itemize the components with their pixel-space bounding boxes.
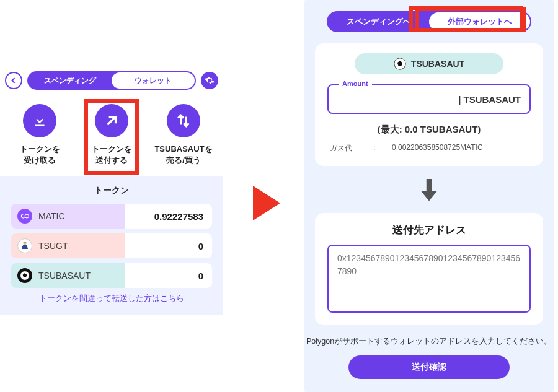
flow-arrow-icon (253, 186, 280, 220)
swap-icon (167, 104, 200, 137)
gas-value: 0.002206358508725MATIC (392, 143, 483, 154)
gas-colon: : (373, 143, 392, 154)
token-row-tsugt[interactable]: TSUGT 0 (11, 233, 212, 258)
wrong-transfer-link[interactable]: トークンを間違って転送した方はこちら (11, 293, 212, 304)
svg-line-0 (108, 117, 116, 125)
token-symbol: MATIC (38, 211, 65, 221)
action-send[interactable]: トークンを 送付する (81, 104, 143, 165)
action-label: TSUBASAUTを 売る/買う (154, 144, 212, 165)
token-balance: 0 (125, 233, 212, 258)
tab-to-spending[interactable]: スペンディングへ (328, 12, 429, 31)
token-row-matic[interactable]: MATIC 0.92227583 (11, 204, 212, 229)
action-label: トークンを 送付する (92, 144, 132, 165)
gas-line: ガス代 : 0.002206358508725MATIC (327, 143, 531, 154)
tab-wallet[interactable]: ウォレット (112, 72, 195, 89)
tab-to-external[interactable]: 外部ウォレットへ (429, 12, 530, 31)
send-token-screen: スペンディングへ 外部ウォレットへ TSUBASAUT Amount | TSU… (304, 0, 554, 392)
tokens-section: トークン MATIC 0.92227583 TSUGT 0 (0, 176, 223, 315)
actions-row: トークンを 受け取る トークンを 送付する TSUBASAUTを 売る/買う (0, 94, 223, 176)
soccer-ball-icon (17, 268, 32, 283)
polygon-icon (17, 209, 32, 224)
selected-token-name: TSUBASAUT (411, 59, 464, 69)
address-card: 送付先アドレス 0x123456789012345678901234567890… (315, 213, 543, 325)
action-trade[interactable]: TSUBASAUTを 売る/買う (153, 104, 215, 165)
tsugt-icon (17, 238, 32, 253)
arrow-down-icon (304, 177, 554, 202)
topbar: スペンディング ウォレット (0, 67, 223, 94)
token-balance: 0.92227583 (125, 204, 212, 229)
send-destination-tabs: スペンディングへ 外部ウォレットへ (304, 0, 554, 32)
download-icon (23, 104, 56, 137)
destination-toggle[interactable]: スペンディングへ 外部ウォレットへ (327, 11, 531, 32)
action-label: トークンを 受け取る (20, 144, 60, 165)
address-title: 送付先アドレス (327, 223, 531, 237)
confirm-send-button[interactable]: 送付確認 (348, 355, 510, 379)
amount-legend: Amount (339, 80, 372, 87)
address-input[interactable]: 0x12345678901234567890123456789012345678… (327, 245, 531, 313)
token-symbol: TSUGT (38, 241, 68, 251)
spending-wallet-toggle[interactable]: スペンディング ウォレット (27, 71, 196, 90)
action-receive[interactable]: トークンを 受け取る (9, 104, 71, 165)
token-symbol: TSUBASAUT (38, 271, 91, 281)
wallet-screen: スペンディング ウォレット トークンを 受け取る トークンを 送付する TSUB… (0, 67, 223, 323)
settings-button[interactable] (201, 72, 218, 89)
soccer-ball-icon (394, 58, 406, 70)
tab-spending[interactable]: スペンディング (29, 72, 112, 89)
selected-token-pill[interactable]: TSUBASAUT (355, 53, 503, 74)
polygon-help-text: Polygonがサポートするウォレットのアドレスを入力してください。 (304, 336, 554, 347)
max-amount: (最大: 0.0 TSUBASAUT) (327, 124, 531, 136)
token-balance: 0 (125, 263, 212, 288)
tokens-title: トークン (11, 185, 212, 196)
amount-input[interactable]: Amount | TSUBASAUT (327, 84, 531, 114)
gas-label: ガス代 (330, 143, 373, 154)
token-row-tsubasaut[interactable]: TSUBASAUT 0 (11, 263, 212, 288)
back-button[interactable] (5, 72, 22, 89)
amount-card: TSUBASAUT Amount | TSUBASAUT (最大: 0.0 TS… (315, 43, 543, 166)
amount-value: | TSUBASAUT (458, 94, 521, 105)
arrow-up-right-icon (95, 104, 128, 137)
